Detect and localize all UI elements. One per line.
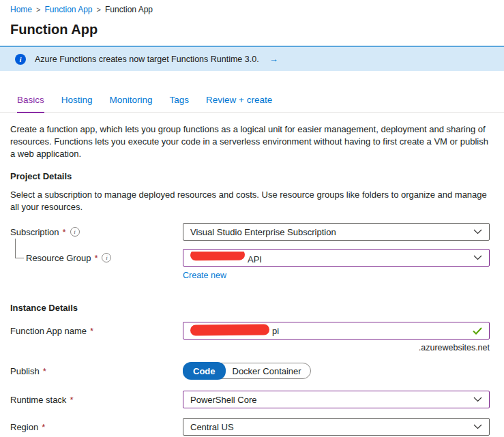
breadcrumb-separator: > bbox=[36, 5, 40, 14]
breadcrumb-function-app[interactable]: Function App bbox=[44, 5, 92, 14]
chevron-down-icon bbox=[473, 397, 482, 402]
chevron-down-icon bbox=[473, 229, 482, 235]
subscription-group: Subscription * i Visual Studio Enterpris… bbox=[10, 223, 494, 280]
breadcrumb: Home>Function App>Function App bbox=[0, 0, 504, 14]
project-details-description: Select a subscription to manage deployed… bbox=[10, 189, 494, 213]
subscription-dropdown[interactable]: Visual Studio Enterprise Subscription bbox=[183, 223, 490, 241]
banner-link-arrow[interactable]: → bbox=[269, 54, 278, 64]
required-asterisk: * bbox=[70, 395, 73, 405]
region-value: Central US bbox=[190, 422, 468, 432]
tab-hosting[interactable]: Hosting bbox=[61, 95, 93, 112]
required-asterisk: * bbox=[43, 366, 46, 376]
page-title: Function App bbox=[10, 22, 494, 37]
tab-bar: Basics Hosting Monitoring Tags Review + … bbox=[0, 95, 504, 113]
required-asterisk: * bbox=[90, 326, 93, 336]
info-icon[interactable]: i bbox=[70, 227, 80, 237]
publish-toggle-group: Code Docker Container bbox=[183, 363, 311, 379]
breadcrumb-current: Function App bbox=[105, 5, 153, 14]
resource-group-row: Resource Group * i API bbox=[10, 249, 494, 267]
redaction-scribble bbox=[190, 252, 245, 260]
tree-connector-line bbox=[15, 239, 24, 258]
publish-row: Publish * Code Docker Container bbox=[10, 363, 494, 379]
runtime-stack-row: Runtime stack * PowerShell Core bbox=[10, 391, 494, 408]
function-app-name-label: Function App name * bbox=[10, 326, 183, 336]
required-asterisk: * bbox=[42, 422, 45, 432]
tab-review-create[interactable]: Review + create bbox=[206, 95, 272, 112]
chevron-down-icon bbox=[473, 424, 482, 430]
function-app-name-row: Function App name * pi bbox=[10, 322, 494, 340]
info-icon: i bbox=[15, 54, 26, 65]
subscription-row: Subscription * i Visual Studio Enterpris… bbox=[10, 223, 494, 241]
region-row: Region * Central US bbox=[10, 418, 494, 436]
function-app-name-value: pi bbox=[272, 326, 279, 336]
tab-basics[interactable]: Basics bbox=[17, 95, 44, 113]
resource-group-dropdown[interactable]: API bbox=[183, 249, 490, 267]
resource-group-label: Resource Group * i bbox=[10, 253, 183, 263]
resource-group-value: API bbox=[190, 252, 468, 265]
tab-tags[interactable]: Tags bbox=[170, 95, 190, 112]
breadcrumb-home[interactable]: Home bbox=[10, 5, 32, 14]
create-new-link[interactable]: Create new bbox=[183, 271, 226, 280]
runtime-stack-label: Runtime stack * bbox=[10, 395, 183, 405]
domain-suffix-row: .azurewebsites.net bbox=[10, 343, 494, 352]
intro-text: Create a function app, which lets you gr… bbox=[10, 123, 494, 160]
subscription-value: Visual Studio Enterprise Subscription bbox=[190, 227, 468, 237]
create-new-row: Create new bbox=[10, 271, 494, 280]
function-app-name-input[interactable]: pi bbox=[183, 322, 490, 340]
info-icon[interactable]: i bbox=[102, 253, 111, 262]
required-asterisk: * bbox=[63, 227, 66, 237]
publish-label: Publish * bbox=[10, 366, 183, 376]
subscription-label: Subscription * i bbox=[10, 227, 183, 237]
publish-option-code[interactable]: Code bbox=[183, 362, 226, 380]
region-label: Region * bbox=[10, 422, 183, 432]
project-details-heading: Project Details bbox=[10, 171, 494, 181]
runtime-stack-value: PowerShell Core bbox=[190, 395, 468, 405]
chevron-down-icon bbox=[473, 255, 482, 260]
basics-tab-content: Create a function app, which lets you gr… bbox=[0, 123, 504, 436]
region-dropdown[interactable]: Central US bbox=[183, 418, 490, 436]
breadcrumb-separator: > bbox=[97, 5, 101, 14]
instance-details-heading: Instance Details bbox=[10, 303, 494, 313]
domain-suffix: .azurewebsites.net bbox=[183, 343, 490, 352]
required-asterisk: * bbox=[94, 253, 98, 263]
redaction-scribble bbox=[190, 324, 269, 335]
tab-monitoring[interactable]: Monitoring bbox=[110, 95, 153, 112]
banner-text: Azure Functions creates now target Funct… bbox=[35, 55, 259, 64]
publish-option-docker-container[interactable]: Docker Container bbox=[226, 363, 310, 379]
runtime-stack-dropdown[interactable]: PowerShell Core bbox=[183, 391, 490, 408]
valid-check-icon bbox=[473, 327, 482, 335]
info-banner: i Azure Functions creates now target Fun… bbox=[0, 46, 504, 71]
